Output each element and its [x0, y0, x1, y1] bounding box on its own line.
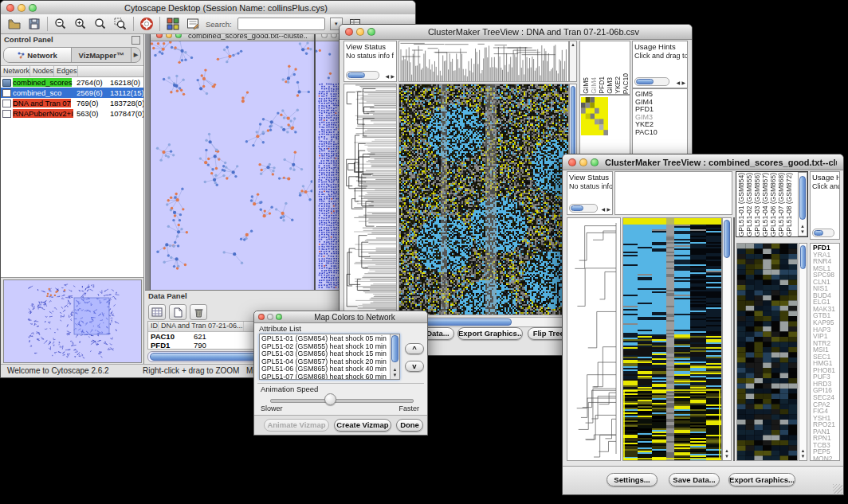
close-icon[interactable] [258, 314, 265, 320]
scroll-left-icon[interactable]: ◀ [601, 206, 605, 213]
scroll-right-icon[interactable]: ▶ [607, 206, 610, 213]
overview-canvas[interactable] [4, 280, 139, 361]
tv2-row-dendrogram-panel[interactable] [567, 217, 621, 461]
scrollbar-thumb[interactable] [814, 230, 823, 236]
column-label[interactable]: GIM5 [582, 77, 590, 94]
column-label[interactable]: GPL51-07 (GSM868) [777, 173, 785, 236]
zoom-in-icon[interactable] [73, 17, 88, 31]
attribute-item[interactable]: GPL51-07 (GSM868) heat shock 60 min [261, 373, 399, 380]
row-dendrogram-canvas[interactable] [344, 84, 396, 315]
move-up-button[interactable]: ^ [405, 343, 424, 354]
close-icon[interactable] [568, 158, 576, 166]
scroll-up-icon[interactable]: ▲ [570, 42, 576, 48]
scrollbar-thumb[interactable] [724, 220, 730, 258]
scrollbar-thumb[interactable] [636, 79, 654, 84]
treeview2-titlebar[interactable]: ClusterMaker TreeView : combined_scores_… [563, 154, 843, 170]
column-label[interactable]: YKE2 [614, 76, 622, 94]
column-label[interactable]: GPL51-04 (GSM857) [761, 173, 769, 236]
scroll-right-icon[interactable]: ▶ [681, 80, 685, 86]
scrollbar-thumb[interactable] [800, 245, 806, 269]
select-attributes-icon[interactable] [148, 304, 166, 320]
tab-vizmapper[interactable]: VizMapper™ [72, 48, 132, 62]
treeview1-titlebar[interactable]: ClusterMaker TreeView : DNA and Tran 07-… [340, 25, 692, 40]
attribute-column-header[interactable]: DNA and Tran 07-21-06... [159, 322, 244, 331]
network-view-titlebar[interactable]: combined_scores_good.txt--cluste... [151, 34, 314, 41]
tv2-column-dendrogram-panel[interactable] [614, 171, 732, 215]
scrollbar-thumb[interactable] [391, 335, 398, 362]
zoom-window-icon[interactable] [591, 158, 599, 166]
heatmap-canvas[interactable] [623, 218, 721, 460]
minimize-icon[interactable] [356, 28, 364, 36]
zoom-window-icon[interactable] [276, 314, 282, 320]
minimize-icon[interactable] [579, 158, 587, 166]
help-lifering-icon[interactable] [139, 17, 154, 31]
close-icon[interactable] [6, 4, 14, 12]
network-canvas-1[interactable] [151, 41, 312, 290]
network-table-column[interactable]: Network [1, 66, 30, 76]
column-label[interactable]: GPL51-06 (GSM865) [769, 173, 777, 236]
network-list-row[interactable]: DNA and Tran 07 769(0) 183728(0) [1, 98, 143, 108]
minimize-icon[interactable] [331, 34, 337, 38]
open-folder-icon[interactable] [7, 17, 22, 31]
column-label[interactable]: GIM4 [590, 77, 598, 94]
plugin-grid-icon[interactable] [166, 17, 180, 31]
tv2-zoom-vscrollbar[interactable]: ▲ ▼ [799, 243, 807, 461]
column-label[interactable]: GIM3 [606, 77, 614, 94]
column-label[interactable]: PAC10 [622, 73, 630, 94]
tv1-heatmap-panel[interactable] [398, 84, 569, 315]
tv2-zoom-heatmap-panel[interactable] [736, 243, 798, 461]
mini-hscrollbar[interactable] [634, 77, 669, 86]
column-label[interactable]: GPL51-02 (GSM855) [745, 173, 753, 236]
row-dendrogram-canvas[interactable] [567, 218, 620, 460]
new-attribute-icon[interactable] [169, 304, 186, 320]
scroll-down-icon[interactable]: ▼ [391, 373, 399, 378]
create-vizmap-button[interactable]: Create Vizmap [334, 419, 391, 432]
column-dendrogram-canvas[interactable] [399, 41, 568, 81]
zoom-window-icon[interactable] [29, 4, 37, 12]
close-icon[interactable] [345, 28, 353, 36]
scroll-down-icon[interactable]: ▼ [799, 229, 807, 235]
mini-hscrollbar[interactable] [812, 229, 834, 237]
tab-network[interactable]: Network [4, 48, 72, 62]
zoom-heatmap-canvas[interactable] [737, 244, 797, 460]
network-table-column[interactable]: Nodes [30, 66, 54, 76]
scroll-down-icon[interactable]: ▼ [799, 454, 807, 459]
zoom-window-icon[interactable] [367, 28, 375, 36]
column-label[interactable]: GPL51-03 (GSM856) [753, 173, 761, 236]
listbox-vscrollbar[interactable]: ▲ ▼ [390, 334, 399, 379]
export-graphics-button[interactable]: Export Graphics... [728, 473, 795, 486]
scroll-up-icon[interactable]: ▲ [799, 224, 807, 229]
scroll-up-icon[interactable]: ▲ [799, 448, 807, 454]
tab-overflow-button[interactable]: ▶ [132, 48, 140, 62]
tv2-heatmap-panel[interactable] [622, 217, 722, 461]
zoom-selected-icon[interactable] [113, 17, 128, 31]
network-table-column[interactable]: Edges [54, 66, 78, 76]
scroll-down-icon[interactable]: ▼ [723, 454, 731, 459]
gene-list-item[interactable]: PAC10 [635, 129, 687, 137]
column-label[interactable]: PFD1 [598, 76, 606, 94]
tv1-row-dendrogram-panel[interactable] [344, 84, 397, 315]
resize-grip[interactable] [833, 484, 842, 494]
submatrix-canvas[interactable] [581, 97, 608, 135]
zoom-out-icon[interactable] [53, 17, 68, 31]
network-list-row[interactable]: combined_sco 2569(6) 13112(15) [1, 88, 143, 98]
float-panel-icon[interactable] [132, 36, 140, 45]
tv1-dendro-scroll-strip[interactable]: ▲ [569, 41, 577, 82]
labels-vscrollbar[interactable]: ▲ ▼ [798, 172, 807, 236]
export-graphics-button[interactable]: Export Graphics... [457, 327, 523, 340]
settings-button[interactable]: Settings... [607, 473, 658, 486]
column-label[interactable]: GPL51-01 (GSM854) [737, 173, 745, 236]
scrollbar-thumb[interactable] [799, 176, 806, 220]
tv1-column-dendrogram-panel[interactable] [398, 41, 569, 82]
scroll-up-icon[interactable]: ▲ [391, 367, 399, 373]
minimize-icon[interactable] [166, 34, 172, 38]
gene-list-item[interactable]: MON2 [813, 455, 839, 461]
annotation-form-icon[interactable] [186, 17, 200, 31]
done-button[interactable]: Done [396, 419, 423, 432]
scroll-up-icon[interactable]: ▲ [723, 448, 731, 454]
animation-speed-slider[interactable] [270, 399, 414, 403]
scrollbar-thumb[interactable] [571, 205, 583, 211]
save-icon[interactable] [27, 17, 41, 31]
attribute-listbox[interactable]: GPL51-01 (GSM854) heat shock 05 minGPL51… [259, 334, 400, 380]
scroll-left-icon[interactable]: ◀ [385, 73, 389, 80]
